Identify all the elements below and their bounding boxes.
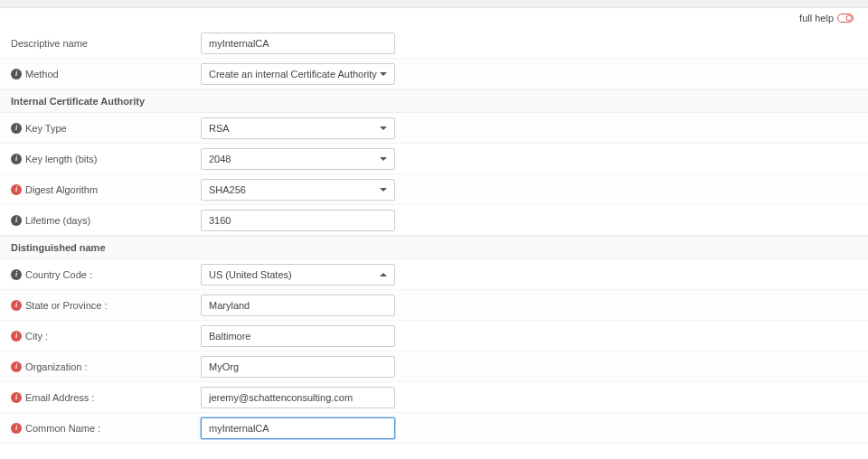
- method-select-value: Create an internal Certificate Authority: [209, 69, 377, 80]
- section-internal-ca: Internal Certificate Authority: [0, 89, 868, 113]
- help-toggle-icon[interactable]: [837, 14, 854, 23]
- chevron-up-icon: [380, 273, 387, 276]
- common-name-input[interactable]: [201, 417, 395, 439]
- digest-select[interactable]: SHA256: [201, 179, 395, 201]
- chevron-down-icon: [380, 157, 387, 161]
- info-icon: i: [11, 154, 22, 164]
- descriptive-name-input[interactable]: [201, 33, 395, 54]
- row-state: i State or Province :: [0, 290, 868, 321]
- row-common-name: i Common Name :: [0, 413, 868, 444]
- info-icon: i: [11, 123, 22, 134]
- row-digest: i Digest Algorithm SHA256: [0, 174, 868, 205]
- common-name-label: Common Name :: [25, 423, 100, 434]
- state-input[interactable]: [201, 295, 395, 316]
- window-top-strip: [0, 0, 868, 8]
- key-type-select[interactable]: RSA: [201, 117, 395, 139]
- section-distinguished-name: Distinguished name: [0, 236, 868, 259]
- method-select[interactable]: Create an internal Certificate Authority: [201, 63, 395, 85]
- help-row: full help: [0, 8, 868, 28]
- method-label: Method: [25, 69, 59, 80]
- row-org: i Organization :: [0, 351, 868, 382]
- row-city: i City :: [0, 321, 868, 351]
- warn-icon: i: [11, 331, 22, 342]
- email-label: Email Address :: [25, 392, 94, 403]
- row-key-type: i Key Type RSA: [0, 113, 868, 144]
- key-length-select-value: 2048: [209, 154, 231, 164]
- svg-point-1: [846, 15, 852, 21]
- info-icon: i: [11, 69, 22, 80]
- warn-icon: i: [11, 423, 22, 434]
- key-type-select-value: RSA: [209, 123, 230, 134]
- row-email: i Email Address :: [0, 382, 868, 413]
- digest-select-value: SHA256: [209, 184, 246, 195]
- lifetime-input[interactable]: [201, 210, 395, 231]
- city-input[interactable]: [201, 325, 395, 347]
- warn-icon: i: [11, 184, 22, 195]
- key-length-label: Key length (bits): [25, 154, 97, 164]
- row-country: i Country Code : US (United States): [0, 259, 868, 290]
- email-input[interactable]: [201, 387, 395, 408]
- info-icon: i: [11, 215, 22, 226]
- country-select-value: US (United States): [209, 269, 292, 280]
- svg-rect-0: [838, 14, 854, 23]
- country-select[interactable]: US (United States): [201, 264, 395, 286]
- key-type-label: Key Type: [25, 123, 67, 134]
- full-help-label[interactable]: full help: [799, 13, 834, 23]
- state-label: State or Province :: [25, 300, 108, 311]
- info-icon: i: [11, 269, 22, 280]
- org-label: Organization :: [25, 361, 87, 372]
- chevron-down-icon: [380, 72, 387, 76]
- digest-label: Digest Algorithm: [25, 184, 98, 195]
- row-method: i Method Create an internal Certificate …: [0, 59, 868, 89]
- city-label: City :: [25, 331, 48, 342]
- row-lifetime: i Lifetime (days): [0, 205, 868, 236]
- row-key-length: i Key length (bits) 2048: [0, 144, 868, 174]
- chevron-down-icon: [380, 126, 387, 130]
- chevron-down-icon: [380, 188, 387, 192]
- lifetime-label: Lifetime (days): [25, 215, 90, 226]
- org-input[interactable]: [201, 356, 395, 378]
- key-length-select[interactable]: 2048: [201, 148, 395, 170]
- warn-icon: i: [11, 392, 22, 403]
- country-label: Country Code :: [25, 269, 92, 280]
- warn-icon: i: [11, 361, 22, 372]
- row-descriptive-name: Descriptive name: [0, 28, 868, 59]
- descriptive-name-label: Descriptive name: [11, 38, 88, 49]
- warn-icon: i: [11, 300, 22, 311]
